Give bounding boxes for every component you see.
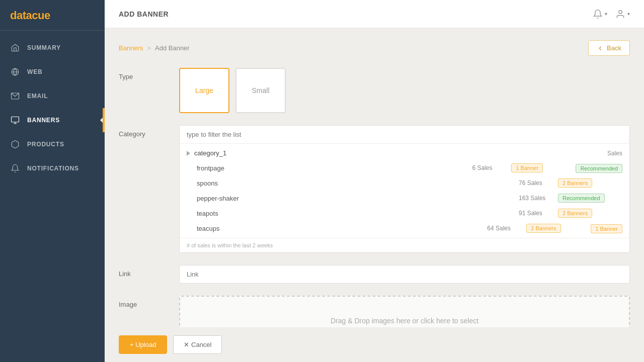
header: ADD BANNER ▾ ▾: [105, 0, 644, 28]
cancel-button[interactable]: ✕ Cancel: [173, 335, 222, 354]
category-parent-row[interactable]: category_1 Sales: [180, 146, 629, 160]
breadcrumb-row: Banners > Add Banner Back: [119, 40, 630, 56]
sidebar-item-email[interactable]: EMAIL: [0, 84, 105, 108]
user-header-icon: [615, 9, 625, 19]
category-parent-name: category_1: [194, 149, 604, 157]
image-field: Drag & Drop images here or click here to…: [179, 296, 630, 327]
user-button[interactable]: ▾: [615, 9, 630, 19]
child-name: spoons: [197, 179, 515, 187]
sidebar-item-label: PRODUCTS: [27, 141, 64, 148]
type-row: Type Large Small: [119, 68, 630, 113]
main-content: ADD BANNER ▾ ▾ Banners > Add Banner Back: [105, 0, 644, 362]
banner-count-tag: 1 Banner: [511, 163, 543, 172]
sidebar-item-label: EMAIL: [27, 93, 48, 100]
sidebar-item-products[interactable]: PRODUCTS: [0, 132, 105, 156]
link-label: Link: [119, 265, 169, 278]
child-tags: 2 Banners: [526, 224, 587, 233]
child-name: pepper-shaker: [197, 195, 515, 202]
list-item[interactable]: teacups 64 Sales 2 Banners 1 Banner: [180, 221, 629, 236]
content-area: Banners > Add Banner Back Type Large Sma…: [105, 28, 644, 327]
breadcrumb-parent[interactable]: Banners: [119, 44, 143, 52]
recommended-tag: Recommended: [576, 164, 622, 173]
type-large-label: Large: [195, 86, 213, 95]
type-option-small[interactable]: Small: [235, 68, 286, 113]
child-right: Recommended: [576, 164, 622, 172]
breadcrumb-current: Add Banner: [155, 44, 190, 52]
category-parent-sales: Sales: [607, 150, 622, 157]
recommended-tag: Recommended: [558, 194, 605, 203]
active-indicator: [100, 115, 105, 125]
type-option-large[interactable]: Large: [179, 68, 229, 113]
user-caret: ▾: [627, 11, 630, 17]
breadcrumb: Banners > Add Banner: [119, 44, 190, 52]
banners-icon: [10, 115, 20, 125]
child-name: teapots: [197, 210, 515, 217]
logo: datacue: [0, 0, 105, 31]
child-name: frontpage: [197, 164, 468, 172]
notifications-button[interactable]: ▾: [593, 9, 607, 19]
type-field: Large Small: [179, 68, 630, 113]
banner-count-tag: 2 Banners: [558, 178, 592, 188]
products-icon: [10, 139, 20, 149]
bell-header-icon: [593, 9, 603, 19]
sales-note: # of sales is within the last 2 weeks: [180, 238, 629, 252]
banner-count-tag: 2 Banners: [526, 224, 560, 233]
banner-count-tag: 2 Banners: [558, 209, 592, 218]
child-sales: 64 Sales: [487, 225, 522, 232]
link-row: Link: [119, 265, 630, 284]
sidebar-item-label: WEB: [27, 68, 42, 75]
sidebar-item-label: NOTIFICATIONS: [27, 165, 79, 172]
sidebar-item-web[interactable]: WEB: [0, 60, 105, 84]
sidebar-item-label: SUMMARY: [27, 44, 61, 51]
type-small-label: Small: [252, 86, 269, 95]
child-sales: 91 Sales: [519, 210, 554, 217]
back-button[interactable]: Back: [588, 40, 630, 56]
child-tags: 1 Banner: [511, 163, 572, 172]
list-item[interactable]: teapots 91 Sales 2 Banners: [180, 206, 629, 221]
upload-button-label: + Upload: [130, 341, 156, 348]
home-icon: [10, 43, 20, 53]
header-icons: ▾ ▾: [593, 9, 630, 19]
type-label: Type: [119, 68, 169, 80]
svg-point-3: [619, 10, 622, 14]
sidebar-item-summary[interactable]: SUMMARY: [0, 36, 105, 60]
type-options: Large Small: [179, 68, 630, 113]
child-sales: 76 Sales: [519, 179, 554, 187]
child-tags: 2 Banners: [558, 178, 618, 188]
category-search-input[interactable]: [180, 126, 629, 144]
bell-caret: ▾: [605, 11, 607, 17]
child-sales: 6 Sales: [472, 164, 507, 171]
action-row: + Upload ✕ Cancel: [105, 327, 644, 362]
sidebar: datacue SUMMARY WEB EMAIL BANNERS: [0, 0, 105, 362]
child-sales: 163 Sales: [519, 195, 554, 202]
image-label: Image: [119, 296, 169, 308]
upload-button[interactable]: + Upload: [119, 335, 167, 354]
category-list: category_1 Sales frontpage 6 Sales 1 Ban…: [180, 144, 629, 238]
list-item[interactable]: spoons 76 Sales 2 Banners: [180, 175, 629, 191]
sidebar-item-label: BANNERS: [27, 117, 60, 124]
sidebar-item-banners[interactable]: BANNERS: [0, 108, 105, 132]
email-icon: [10, 91, 20, 101]
back-button-label: Back: [607, 44, 621, 52]
globe-icon: [10, 67, 20, 77]
logo-cue: cue: [32, 9, 50, 22]
bell-icon: [10, 163, 20, 173]
category-field: category_1 Sales frontpage 6 Sales 1 Ban…: [179, 125, 630, 253]
banner-count-tag-right: 1 Banner: [591, 224, 622, 233]
upload-main-text: Drag & Drop images here or click here to…: [331, 317, 478, 325]
category-label: Category: [119, 125, 169, 138]
child-right: 1 Banner: [591, 225, 622, 232]
child-tags: 2 Banners: [558, 209, 618, 218]
cancel-button-label: ✕ Cancel: [184, 341, 211, 348]
logo-data: data: [10, 9, 32, 22]
child-name: teacups: [197, 225, 483, 232]
category-container: category_1 Sales frontpage 6 Sales 1 Ban…: [179, 125, 630, 253]
link-input[interactable]: [179, 265, 630, 284]
list-item[interactable]: frontpage 6 Sales 1 Banner Recommended: [180, 160, 629, 175]
svg-rect-2: [12, 117, 19, 122]
sidebar-item-notifications[interactable]: NOTIFICATIONS: [0, 156, 105, 180]
list-item[interactable]: pepper-shaker 163 Sales Recommended: [180, 191, 629, 206]
category-row: Category category_1 Sales frontpage: [119, 125, 630, 253]
image-upload-area[interactable]: Drag & Drop images here or click here to…: [179, 296, 630, 327]
link-field: [179, 265, 630, 284]
